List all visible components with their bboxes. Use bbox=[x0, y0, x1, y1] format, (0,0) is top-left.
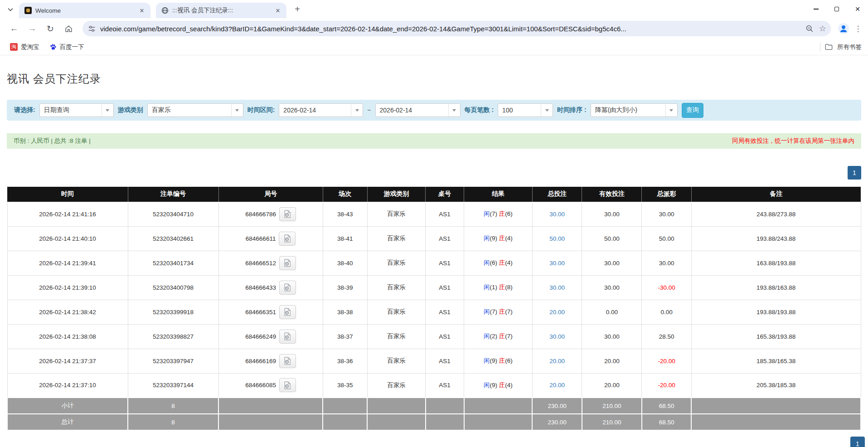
col-header-time: 时间 bbox=[7, 187, 128, 202]
cell-round-no: 684666169 bbox=[218, 349, 323, 373]
search-button[interactable]: 查询 bbox=[682, 103, 703, 118]
pagination-page-button-bottom[interactable]: 1 bbox=[850, 437, 865, 447]
cell-session: 38-43 bbox=[323, 202, 367, 226]
col-header-bet-no: 注单编号 bbox=[128, 187, 218, 202]
valid-bet-note-text: 同局有效投注，统一计算在该局第一张注单内 bbox=[732, 137, 854, 145]
window-close-button[interactable]: ✕ bbox=[847, 0, 868, 18]
subtotal-label: 小计 bbox=[7, 398, 128, 414]
cell-session: 38-41 bbox=[323, 226, 367, 251]
date-range-tilde: ~ bbox=[367, 107, 371, 114]
col-header-valid-bet: 有效投注 bbox=[582, 187, 642, 202]
zoom-icon[interactable] bbox=[805, 24, 814, 33]
bookmark-taobao[interactable]: 淘 爱淘宝 bbox=[6, 41, 43, 53]
cell-game-kind: 百家乐 bbox=[367, 324, 425, 349]
video-replay-button[interactable] bbox=[279, 330, 296, 344]
cell-game-kind: 百家乐 bbox=[367, 300, 425, 324]
url-text[interactable]: videoie.com/game/betrecord_search/kind3?… bbox=[100, 25, 800, 33]
cell-payout: -20.00 bbox=[642, 373, 691, 398]
cell-time: 2026-02-14 21:39:10 bbox=[7, 275, 128, 300]
video-replay-button[interactable] bbox=[279, 256, 296, 270]
all-bookmarks-label[interactable]: 所有书签 bbox=[837, 43, 862, 51]
video-replay-button[interactable] bbox=[279, 354, 296, 368]
cell-payout: 30.00 bbox=[642, 202, 691, 226]
tab-betrecord-active[interactable]: :::视讯 会员下注纪录::: ✕ bbox=[156, 3, 286, 18]
home-button[interactable] bbox=[61, 21, 76, 36]
table-row: 2026-02-14 21:37:10 523203397144 6846660… bbox=[7, 373, 861, 398]
bookmark-star-icon[interactable]: ☆ bbox=[819, 24, 826, 34]
grand-total-row: 总计 8 230.00 210.00 68.50 bbox=[7, 414, 861, 430]
cell-total-bet-link[interactable]: 30.00 bbox=[532, 324, 582, 349]
cell-session: 38-39 bbox=[323, 275, 367, 300]
cell-valid-bet: 30.00 bbox=[582, 275, 642, 300]
table-header-row: 时间 注单编号 局号 场次 游戏类别 桌号 结果 总投注 有效投注 总派彩 备注 bbox=[7, 187, 861, 202]
cell-total-bet-link[interactable]: 50.00 bbox=[532, 226, 582, 251]
chevron-down-icon bbox=[351, 104, 363, 117]
per-page-label: 每页笔数 : bbox=[465, 106, 494, 114]
game-kind-select[interactable]: 百家乐 bbox=[147, 103, 243, 117]
new-tab-button[interactable]: + bbox=[291, 3, 304, 15]
address-bar[interactable]: videoie.com/game/betrecord_search/kind3?… bbox=[82, 21, 831, 36]
cell-valid-bet: 20.00 bbox=[582, 349, 642, 373]
subtotal-valid-bet: 210.00 bbox=[582, 398, 642, 414]
cell-valid-bet: 50.00 bbox=[582, 226, 642, 251]
window-minimize-button[interactable] bbox=[805, 0, 826, 18]
date-start-select[interactable]: 2026-02-14 bbox=[279, 103, 363, 117]
site-settings-icon[interactable] bbox=[88, 25, 96, 33]
sort-select[interactable]: 降冪(由大到小) bbox=[591, 103, 678, 117]
taobao-icon: 淘 bbox=[10, 43, 18, 51]
profile-avatar[interactable] bbox=[837, 22, 850, 35]
subtotal-count: 8 bbox=[128, 398, 218, 414]
cell-total-bet-link[interactable]: 20.00 bbox=[532, 373, 582, 398]
forward-button[interactable]: → bbox=[24, 21, 40, 36]
reload-button[interactable]: ↻ bbox=[43, 21, 58, 36]
tab-close-icon[interactable]: ✕ bbox=[274, 6, 282, 15]
cell-total-bet-link[interactable]: 20.00 bbox=[532, 349, 582, 373]
cell-total-bet-link[interactable]: 30.00 bbox=[532, 275, 582, 300]
cell-total-bet-link[interactable]: 20.00 bbox=[532, 300, 582, 324]
per-page-select[interactable]: 100 bbox=[498, 103, 553, 117]
cell-table-no: AS1 bbox=[426, 349, 464, 373]
cell-remark: 165.38/193.88 bbox=[691, 324, 861, 349]
back-button[interactable]: ← bbox=[6, 21, 22, 36]
cell-total-bet-link[interactable]: 30.00 bbox=[532, 251, 582, 275]
browser-menu-icon[interactable]: ⋮ bbox=[853, 24, 863, 34]
cell-game-kind: 百家乐 bbox=[367, 373, 425, 398]
tab-welcome[interactable]: Welcome ✕ bbox=[19, 3, 150, 18]
cell-remark: 193.88/163.88 bbox=[691, 275, 861, 300]
cell-remark: 205.38/185.38 bbox=[691, 373, 861, 398]
cell-payout: 0.00 bbox=[642, 300, 691, 324]
video-replay-button[interactable] bbox=[279, 305, 296, 319]
video-replay-button[interactable] bbox=[279, 281, 296, 295]
bookmarks-bar: 淘 爱淘宝 百度一下 所有书签 bbox=[0, 39, 868, 55]
video-replay-button[interactable] bbox=[279, 378, 296, 392]
video-replay-button[interactable] bbox=[279, 207, 296, 221]
cell-result: 闲(6) 庄(4) bbox=[464, 251, 533, 275]
table-row: 2026-02-14 21:41:16 523203404710 6846667… bbox=[7, 202, 861, 226]
video-replay-button[interactable] bbox=[279, 232, 296, 246]
table-row: 2026-02-14 21:40:10 523203402661 6846666… bbox=[7, 226, 861, 251]
filter-panel: 请选择: 日期查询 游戏类别 百家乐 时间区间: 2026-02-14 ~ 20… bbox=[7, 100, 861, 121]
chevron-down-icon bbox=[102, 104, 113, 117]
cell-table-no: AS1 bbox=[426, 275, 464, 300]
cell-round-no: 684666085 bbox=[218, 373, 323, 398]
cell-valid-bet: 20.00 bbox=[582, 373, 642, 398]
pagination-page-button[interactable]: 1 bbox=[848, 166, 861, 180]
bet-record-table: 时间 注单编号 局号 场次 游戏类别 桌号 结果 总投注 有效投注 总派彩 备注… bbox=[7, 187, 861, 431]
tab-close-icon[interactable]: ✕ bbox=[138, 6, 146, 15]
col-header-result: 结果 bbox=[464, 187, 533, 202]
total-payout: 68.50 bbox=[642, 414, 691, 430]
cell-bet-no: 523203400798 bbox=[128, 275, 218, 300]
cell-table-no: AS1 bbox=[426, 324, 464, 349]
cell-table-no: AS1 bbox=[426, 373, 464, 398]
bookmark-baidu[interactable]: 百度一下 bbox=[46, 41, 88, 53]
tab-search-chevron-icon[interactable] bbox=[4, 3, 17, 16]
window-maximize-button[interactable] bbox=[826, 0, 847, 18]
cell-total-bet-link[interactable]: 30.00 bbox=[532, 202, 582, 226]
cell-payout: -20.00 bbox=[642, 349, 691, 373]
date-end-select[interactable]: 2026-02-14 bbox=[375, 103, 461, 117]
query-type-select[interactable]: 日期查询 bbox=[39, 103, 114, 117]
date-range-label: 时间区间: bbox=[247, 106, 275, 114]
table-body: 2026-02-14 21:41:16 523203404710 6846667… bbox=[7, 202, 861, 398]
cell-time: 2026-02-14 21:38:08 bbox=[7, 324, 128, 349]
cell-bet-no: 523203399918 bbox=[128, 300, 218, 324]
